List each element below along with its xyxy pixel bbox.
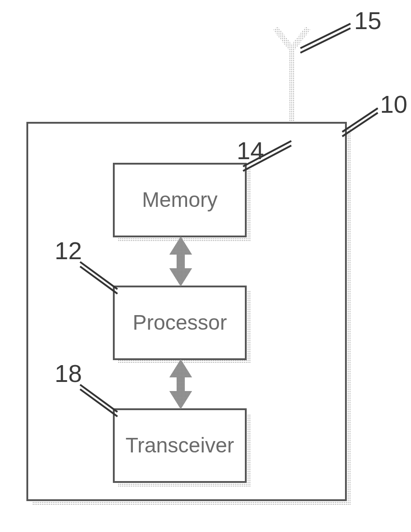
block-diagram: 15 10 Memory 14 Processor 12 Transceiver (0, 0, 411, 532)
svg-line-12 (342, 113, 378, 136)
leader-device (342, 108, 378, 136)
leader-antenna (300, 24, 350, 53)
label-memory-num: 14 (237, 137, 264, 164)
svg-line-7 (300, 24, 350, 48)
antenna-icon (273, 26, 310, 123)
svg-rect-28 (177, 375, 185, 393)
label-processor-num: 12 (55, 237, 82, 264)
svg-rect-4 (289, 45, 294, 123)
svg-rect-25 (177, 252, 185, 271)
svg-marker-6 (289, 26, 310, 51)
memory-label: Memory (142, 188, 218, 211)
processor-label: Processor (132, 311, 227, 334)
label-antenna-num: 15 (354, 7, 381, 34)
transceiver-label: Transceiver (126, 433, 234, 457)
label-transceiver-num: 18 (55, 360, 82, 387)
svg-line-11 (342, 108, 378, 132)
label-device-num: 10 (380, 90, 407, 118)
